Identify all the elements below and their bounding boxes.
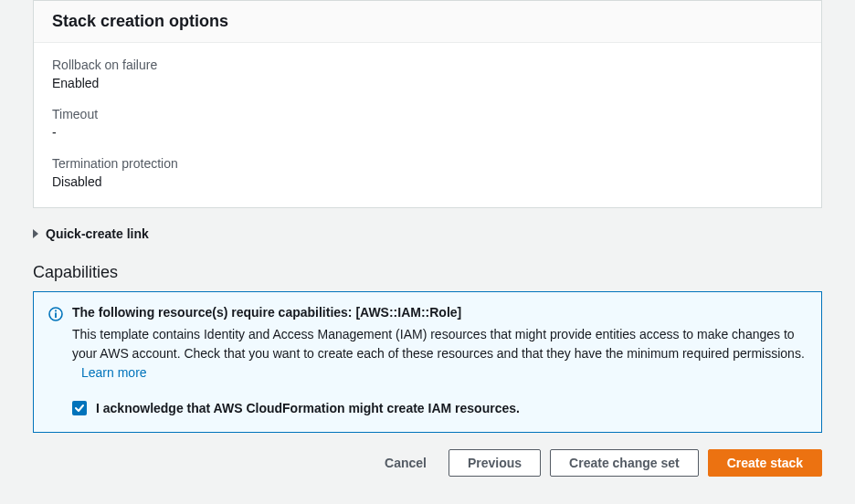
capabilities-info-desc: This template contains Identity and Acce… [72,325,807,383]
timeout-value: - [52,125,803,140]
termination-field: Termination protection Disabled [52,156,803,189]
svg-rect-1 [55,313,57,319]
timeout-field: Timeout - [52,107,803,140]
termination-value: Disabled [52,174,803,189]
svg-rect-2 [55,310,57,312]
capabilities-info-title: The following resource(s) require capabi… [72,305,807,320]
stack-creation-options-panel: Stack creation options Rollback on failu… [33,0,822,208]
acknowledge-row[interactable]: I acknowledge that AWS CloudFormation mi… [72,401,807,415]
acknowledge-label: I acknowledge that AWS CloudFormation mi… [96,401,520,415]
button-row: Cancel Previous Create change set Create… [33,449,822,477]
rollback-value: Enabled [52,76,803,90]
rollback-field: Rollback on failure Enabled [52,58,803,90]
check-icon [74,403,85,414]
capabilities-info-desc-text: This template contains Identity and Acce… [72,327,805,361]
timeout-label: Timeout [52,107,803,121]
chevron-right-icon [33,229,38,238]
info-icon [48,307,63,321]
acknowledge-checkbox[interactable] [72,401,87,415]
panel-title: Stack creation options [52,12,803,31]
rollback-label: Rollback on failure [52,58,803,72]
capabilities-title: Capabilities [33,263,822,282]
capabilities-info-box: The following resource(s) require capabi… [33,291,822,433]
panel-body: Rollback on failure Enabled Timeout - Te… [34,43,821,207]
panel-header: Stack creation options [34,1,821,43]
cancel-button[interactable]: Cancel [372,450,439,476]
previous-button[interactable]: Previous [449,449,541,477]
create-change-set-button[interactable]: Create change set [550,449,699,477]
create-stack-button[interactable]: Create stack [708,449,822,477]
quick-create-link-toggle[interactable]: Quick-create link [33,226,822,241]
learn-more-link[interactable]: Learn more [81,365,147,380]
termination-label: Termination protection [52,156,803,171]
quick-create-link-label: Quick-create link [46,226,149,241]
info-content: The following resource(s) require capabi… [72,305,807,415]
